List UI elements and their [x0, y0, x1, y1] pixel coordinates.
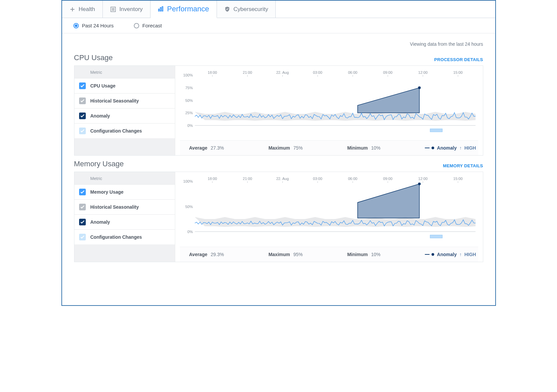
legend-label: Anomaly	[90, 113, 110, 119]
main-tabs: Health Inventory Performance Cybersecuri…	[62, 1, 495, 18]
tab-inventory[interactable]: Inventory	[103, 1, 151, 18]
viewing-info: Viewing data from the last 24 hours	[62, 33, 495, 49]
stats-row-memory: Average29.3% Maximum95% Minimum10% Anoma…	[180, 247, 478, 262]
card-header-memory: Memory Usage MEMORY DETAILS	[74, 160, 483, 168]
tab-label: Performance	[167, 5, 209, 13]
checkbox-icon	[79, 219, 86, 225]
stat-average: Average27.3%	[189, 145, 224, 151]
app-frame: Health Inventory Performance Cybersecuri…	[61, 0, 496, 306]
stats-row-cpu: Average27.3% Maximum75% Minimum10% Anoma…	[180, 140, 478, 155]
legend-item-config[interactable]: Configuration Changes	[74, 124, 175, 138]
tab-health[interactable]: Health	[62, 1, 103, 18]
chart-svg[interactable]: 18:0021:0022. Aug03:0006:0009:0012:0015:…	[180, 69, 478, 140]
svg-rect-49	[430, 235, 442, 238]
radio-label: Forecast	[143, 23, 162, 28]
stat-anomaly: Anomaly ↑ HIGH	[425, 252, 476, 257]
tab-label: Inventory	[119, 6, 143, 13]
anomaly-dot-icon	[432, 253, 434, 256]
svg-text:75%: 75%	[185, 86, 193, 90]
stat-maximum: Maximum95%	[268, 252, 303, 257]
memory-details-link[interactable]: MEMORY DETAILS	[443, 163, 483, 168]
tab-label: Cybersecurity	[234, 6, 268, 13]
svg-text:09:00: 09:00	[383, 70, 392, 74]
svg-text:15:00: 15:00	[453, 177, 463, 181]
stat-average: Average29.3%	[189, 252, 224, 257]
radio-forecast[interactable]: Forecast	[134, 23, 162, 28]
legend-item-config[interactable]: Configuration Changes	[74, 230, 175, 244]
svg-rect-1	[158, 9, 159, 11]
checkbox-icon	[79, 234, 86, 240]
legend-item-anomaly[interactable]: Anomaly	[74, 215, 175, 230]
svg-text:12:00: 12:00	[418, 177, 428, 181]
svg-text:21:00: 21:00	[243, 177, 252, 181]
checkbox-icon	[79, 97, 86, 104]
stat-anomaly: Anomaly ↑ HIGH	[425, 145, 476, 151]
chart-memory: 18:0021:0022. Aug03:0006:0009:0012:0015:…	[175, 172, 483, 261]
arrow-up-icon: ↑	[459, 252, 462, 257]
svg-point-47	[418, 183, 421, 185]
svg-rect-2	[160, 8, 161, 11]
anomaly-dot-icon	[432, 147, 434, 149]
svg-text:03:00: 03:00	[313, 70, 322, 74]
svg-text:18:00: 18:00	[208, 177, 217, 181]
tab-label: Health	[79, 6, 95, 13]
legend-label: Anomaly	[90, 219, 110, 225]
svg-text:50%: 50%	[185, 99, 193, 103]
radio-past-24h[interactable]: Past 24 Hours	[73, 23, 114, 28]
legend-item-seasonality[interactable]: Historical Seasonality	[74, 200, 175, 215]
svg-text:18:00: 18:00	[208, 70, 217, 74]
legend-item-memory-usage[interactable]: Memory Usage	[74, 185, 175, 200]
stat-minimum: Minimum10%	[347, 252, 380, 257]
svg-text:09:00: 09:00	[383, 177, 392, 181]
legend-label: Historical Seasonality	[90, 204, 139, 210]
svg-text:12:00: 12:00	[418, 70, 428, 74]
time-range-selector: Past 24 Hours Forecast	[62, 18, 495, 33]
svg-text:22. Aug: 22. Aug	[276, 70, 289, 74]
arrow-up-icon: ↑	[459, 145, 462, 151]
processor-details-link[interactable]: PROCESSOR DETAILS	[434, 57, 483, 62]
svg-text:50%: 50%	[185, 205, 193, 209]
checkbox-icon	[79, 128, 86, 134]
legend-header: Metric	[74, 66, 175, 78]
card-body-cpu: Metric CPU Usage Historical Seasonality …	[74, 65, 483, 156]
svg-text:0%: 0%	[187, 124, 193, 128]
shield-icon	[224, 6, 230, 12]
svg-text:100%: 100%	[183, 180, 193, 184]
svg-point-25	[418, 86, 421, 89]
radio-label: Past 24 Hours	[82, 23, 114, 28]
legend-item-anomaly[interactable]: Anomaly	[74, 109, 175, 124]
svg-text:100%: 100%	[183, 73, 193, 77]
legend-label: CPU Usage	[90, 83, 115, 88]
checkbox-icon	[79, 82, 86, 89]
svg-text:03:00: 03:00	[313, 177, 322, 181]
anomaly-line-icon	[425, 254, 430, 255]
cards-container: CPU Usage PROCESSOR DETAILS Metric CPU U…	[62, 49, 495, 305]
legend-label: Memory Usage	[90, 189, 124, 195]
svg-rect-3	[162, 7, 163, 11]
legend-header: Metric	[74, 172, 175, 185]
legend-item-seasonality[interactable]: Historical Seasonality	[74, 93, 175, 109]
legend-label: Configuration Changes	[90, 234, 142, 240]
legend-memory: Metric Memory Usage Historical Seasonali…	[74, 172, 175, 261]
svg-text:0%: 0%	[187, 230, 193, 234]
radio-icon	[73, 23, 79, 28]
stat-minimum: Minimum10%	[347, 145, 380, 151]
radio-icon	[134, 23, 139, 28]
svg-text:22. Aug: 22. Aug	[276, 177, 289, 181]
list-icon	[110, 6, 116, 12]
svg-rect-27	[430, 129, 442, 132]
legend-item-cpu-usage[interactable]: CPU Usage	[74, 78, 175, 93]
stat-maximum: Maximum75%	[268, 145, 303, 151]
checkbox-icon	[79, 204, 86, 210]
anomaly-line-icon	[425, 148, 430, 148]
chart-svg[interactable]: 18:0021:0022. Aug03:0006:0009:0012:0015:…	[180, 175, 478, 246]
card-title: Memory Usage	[74, 160, 124, 168]
tab-cybersecurity[interactable]: Cybersecurity	[217, 1, 276, 18]
svg-text:06:00: 06:00	[348, 70, 357, 74]
svg-text:15:00: 15:00	[453, 70, 463, 74]
card-body-memory: Metric Memory Usage Historical Seasonali…	[74, 172, 483, 262]
tab-performance[interactable]: Performance	[151, 1, 217, 18]
card-header-cpu: CPU Usage PROCESSOR DETAILS	[74, 53, 483, 62]
chart-cpu: 18:0021:0022. Aug03:0006:0009:0012:0015:…	[175, 66, 483, 155]
bars-icon	[158, 6, 164, 12]
